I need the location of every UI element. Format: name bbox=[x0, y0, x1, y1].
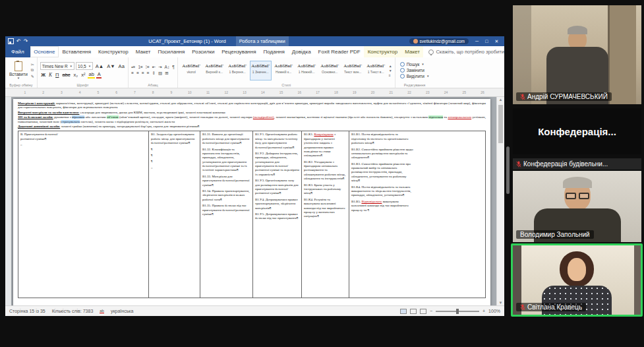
strikethrough-icon[interactable]: abc bbox=[61, 73, 71, 78]
underline-icon[interactable]: П bbox=[55, 73, 60, 78]
scroll-down-icon[interactable]: ▼ bbox=[389, 69, 392, 73]
participants-scrollbar-thumb[interactable] bbox=[506, 146, 510, 194]
tab-Foxit Reader PDF[interactable]: Foxit Reader PDF bbox=[314, 46, 364, 57]
scroll-up-icon[interactable]: ▲ bbox=[389, 64, 392, 68]
doc-paragraph: В1.З4. Правила транспортування, зберіган… bbox=[202, 189, 250, 202]
multilevel-list-icon[interactable]: ⁝≡ bbox=[146, 65, 150, 70]
style-chip-Текст вин...[interactable]: АаБбВвГТекст вин... bbox=[342, 61, 364, 80]
participant-tile-2[interactable]: Конфедерація... bbox=[513, 108, 641, 154]
undo-icon[interactable]: ↶ bbox=[16, 39, 21, 44]
grow-font-icon[interactable]: А▲ bbox=[94, 64, 104, 69]
page-indicator[interactable]: Сторінка 15 із 35 bbox=[9, 309, 45, 313]
style-chip-1 Нижній...[interactable]: АаБбВвГ1 Нижній... bbox=[296, 61, 318, 80]
minimize-icon[interactable]: ─ bbox=[472, 36, 482, 46]
participant-tile-4[interactable]: Володимир Запольний bbox=[513, 171, 641, 242]
maximize-icon[interactable]: □ bbox=[482, 36, 492, 46]
font-size-combo[interactable]: 10,5▼ bbox=[76, 62, 93, 70]
print-layout-icon[interactable] bbox=[410, 309, 417, 314]
language-indicator[interactable]: українська bbox=[111, 309, 133, 313]
doc-paragraph: В1.З5. Правила безпеки під час приготува… bbox=[202, 204, 250, 216]
sort-icon[interactable]: А↕ bbox=[165, 65, 170, 70]
scrollbar-thumb[interactable] bbox=[498, 105, 503, 143]
read-mode-icon[interactable] bbox=[400, 309, 407, 314]
text-highlight-icon[interactable]: ab bbox=[88, 72, 95, 79]
align-left-icon[interactable]: ≡ bbox=[131, 71, 134, 76]
editing-button-Пошук[interactable]: Пошук▼ bbox=[400, 62, 430, 67]
style-chip-Нижній к...[interactable]: АаБбВвГНижній к... bbox=[273, 61, 295, 80]
borders-icon[interactable]: ⊞ bbox=[165, 71, 168, 76]
doc-paragraph: ¶ bbox=[151, 148, 198, 152]
redo-icon[interactable]: ↷ bbox=[24, 39, 28, 44]
format-painter-icon[interactable]: ✎ bbox=[31, 74, 34, 79]
tab-Посилання[interactable]: Посилання bbox=[154, 46, 189, 57]
document-scrollbar[interactable]: ▲ ▼ bbox=[496, 97, 504, 305]
tab-Розсилки[interactable]: Розсилки bbox=[189, 46, 218, 57]
font-name-combo[interactable]: Times New R▼ bbox=[40, 62, 74, 70]
copy-icon[interactable]: ⧉ bbox=[31, 68, 34, 73]
zoom-out-icon[interactable]: − bbox=[430, 309, 432, 313]
italic-icon[interactable]: К bbox=[48, 73, 53, 78]
zoom-level[interactable]: 100% bbox=[488, 309, 500, 313]
word-count[interactable]: Кількість слів: 7383 bbox=[52, 309, 94, 313]
tell-me-search[interactable]: Скажіть, що потрібно зробити bbox=[428, 46, 504, 57]
decrease-indent-icon[interactable]: ⇤ bbox=[152, 65, 156, 70]
scroll-up-icon[interactable]: ▲ bbox=[497, 97, 504, 102]
close-icon[interactable]: ✕ bbox=[492, 36, 502, 46]
web-layout-icon[interactable] bbox=[420, 309, 426, 314]
zoom-slider-thumb[interactable] bbox=[456, 309, 459, 314]
style-chip-Верхній к...[interactable]: АаБбВвГВерхній к... bbox=[204, 61, 225, 80]
tab-Конструктор[interactable]: Конструктор bbox=[95, 46, 132, 57]
zoom-in-icon[interactable]: + bbox=[483, 309, 485, 313]
tab-Вставлення[interactable]: Вставлення bbox=[59, 46, 95, 57]
gallery-more-icon[interactable]: ≡ bbox=[389, 73, 392, 77]
tab-Подання[interactable]: Подання bbox=[260, 46, 288, 57]
increase-indent-icon[interactable]: ⇥ bbox=[158, 65, 161, 70]
numbering-icon[interactable]: 1≡ bbox=[138, 65, 142, 70]
align-center-icon[interactable]: ≡ bbox=[136, 71, 139, 76]
account-pill[interactable]: svetlukindz@gmail.com bbox=[409, 38, 469, 44]
pilcrow-icon[interactable]: ¶ bbox=[172, 65, 175, 70]
document-page[interactable]: Матеріали і конструкції: каркаси/сітки, … bbox=[13, 99, 490, 305]
bullets-icon[interactable]: •≡ bbox=[131, 65, 135, 70]
horizontal-ruler[interactable]: 1234567891011121314151617181920212223242… bbox=[5, 88, 504, 97]
lightbulb-icon bbox=[428, 49, 434, 55]
line-spacing-icon[interactable]: ⇕ bbox=[152, 71, 156, 76]
justify-icon[interactable]: ≡ bbox=[147, 71, 150, 76]
change-case-icon[interactable]: Аа bbox=[117, 64, 125, 69]
bold-icon[interactable]: Ж bbox=[40, 73, 47, 78]
superscript-icon[interactable]: x² bbox=[80, 73, 86, 78]
save-icon[interactable] bbox=[8, 38, 14, 44]
participant-tile-1[interactable]: Андрій СУРМАЧЕВСЬКИЙ bbox=[513, 5, 641, 104]
cut-icon[interactable]: ✂ bbox=[31, 62, 34, 67]
subscript-icon[interactable]: x₂ bbox=[73, 73, 79, 78]
style-chip-vkorol[interactable]: АаБбВвГvkorol bbox=[181, 61, 202, 80]
style-chip-1 Верхня...[interactable]: АаБбВвГ1 Верхня... bbox=[227, 61, 249, 80]
tab-Макет[interactable]: Макет bbox=[132, 46, 154, 57]
editing-button-Замінити[interactable]: Замінити bbox=[400, 68, 430, 73]
font-color-icon[interactable]: А bbox=[96, 72, 102, 79]
table-column-a: В. Приготування бетонної/розчинної суміш… bbox=[18, 131, 149, 298]
participant-tile-active-speaker[interactable]: Світлана Кравець bbox=[511, 243, 643, 317]
style-chip-1 Значен...[interactable]: АаБбВвГ1 Значен... bbox=[250, 61, 272, 80]
scroll-down-icon[interactable]: ▼ bbox=[497, 300, 504, 305]
tab-Основне[interactable]: Основне bbox=[30, 46, 59, 57]
tab-Довідка[interactable]: Довідка bbox=[288, 46, 314, 57]
paste-button[interactable]: Вставити ▼ bbox=[8, 59, 29, 82]
style-chip-Основни...[interactable]: АаБбВвГОсновни... bbox=[319, 61, 341, 80]
tab-Файл[interactable]: Файл bbox=[5, 46, 30, 57]
tab-Конструктор[interactable]: Конструктор bbox=[364, 46, 401, 57]
editing-button-Виділити[interactable]: Виділити▼ bbox=[400, 74, 430, 79]
zoom-slider[interactable] bbox=[436, 311, 479, 312]
doc-paragraph: В1.У3. Організовувати зону для розміщенн… bbox=[255, 179, 299, 196]
shrink-font-icon[interactable]: А▼ bbox=[106, 64, 116, 69]
align-right-icon[interactable]: ≡ bbox=[142, 71, 144, 76]
shading-icon[interactable]: ▨ bbox=[158, 71, 162, 76]
tab-Макет[interactable]: Макет bbox=[401, 46, 424, 57]
vertical-ruler[interactable] bbox=[5, 97, 11, 305]
doc-paragraph: В1.В1. Нести відповідальність за підгото… bbox=[351, 133, 413, 145]
participant-tile-3[interactable]: Конфедерація будівельни... bbox=[513, 158, 641, 170]
spellcheck-icon[interactable]: ab bbox=[100, 309, 104, 313]
paragraph-group-label: Абзац bbox=[129, 83, 177, 87]
tab-Рецензування[interactable]: Рецензування bbox=[218, 46, 260, 57]
style-chip-1 Текст в...[interactable]: АаБбВвГ1 Текст в... bbox=[365, 61, 387, 80]
